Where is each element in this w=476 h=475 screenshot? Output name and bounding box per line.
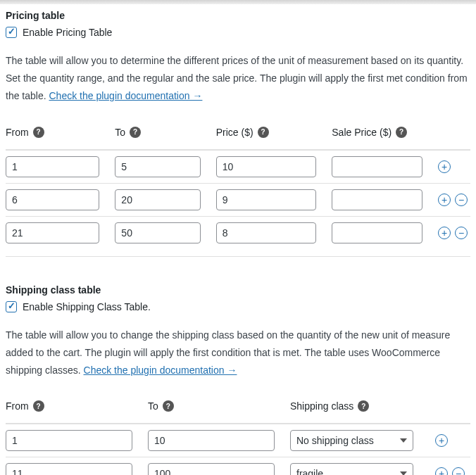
section-divider (6, 256, 470, 284)
pricing-sale-input[interactable] (332, 189, 422, 210)
pricing-header-price: Price ($) (216, 127, 253, 138)
pricing-row: + − (6, 216, 470, 249)
add-row-button[interactable]: + (438, 227, 451, 239)
pricing-from-input[interactable] (6, 189, 99, 210)
enable-shipping-label: Enable Shipping Class Table. (23, 301, 151, 312)
shipping-to-input[interactable] (148, 430, 275, 451)
shipping-to-input[interactable] (148, 463, 275, 475)
enable-pricing-label: Enable Pricing Table (23, 27, 112, 38)
pricing-table: From ? To ? Price ($) ? Sale Price ($) ? (6, 127, 470, 249)
shipping-header-row: From ? To ? Shipping class ? (6, 400, 470, 419)
pricing-doc-link[interactable]: Check the plugin documentation → (49, 90, 203, 101)
shipping-table: From ? To ? Shipping class ? No shipping… (6, 400, 470, 475)
remove-row-button[interactable]: − (455, 194, 468, 206)
pricing-sale-input[interactable] (332, 156, 422, 177)
add-row-button[interactable]: + (438, 194, 451, 206)
help-icon[interactable]: ? (33, 400, 44, 412)
help-icon[interactable]: ? (130, 127, 141, 138)
pricing-price-input[interactable] (216, 156, 317, 177)
pricing-sale-input[interactable] (332, 222, 422, 243)
shipping-class-select[interactable]: fragile (290, 463, 413, 475)
pricing-row: + (6, 150, 470, 183)
shipping-doc-link[interactable]: Check the plugin documentation → (84, 365, 237, 376)
pricing-to-input[interactable] (115, 222, 200, 243)
pricing-header-from: From (6, 127, 29, 138)
pricing-row: + − (6, 183, 470, 216)
pricing-title: Pricing table (6, 10, 470, 21)
pricing-to-input[interactable] (115, 189, 200, 210)
shipping-class-select[interactable]: No shipping class (290, 430, 413, 451)
add-row-button[interactable]: + (435, 434, 448, 447)
shipping-description: The table will allow you to change the s… (6, 327, 470, 380)
pricing-enable-row: Enable Pricing Table (6, 27, 470, 38)
pricing-section: Pricing table Enable Pricing Table The t… (6, 10, 470, 249)
shipping-row: No shipping class + (6, 424, 470, 457)
shipping-from-input[interactable] (6, 430, 132, 451)
pricing-price-input[interactable] (216, 222, 317, 243)
help-icon[interactable]: ? (258, 127, 269, 138)
pricing-from-input[interactable] (6, 156, 99, 177)
add-row-button[interactable]: + (435, 467, 448, 475)
enable-pricing-checkbox[interactable] (6, 27, 17, 38)
enable-shipping-checkbox[interactable] (6, 301, 17, 312)
pricing-to-input[interactable] (115, 156, 200, 177)
shipping-enable-row: Enable Shipping Class Table. (6, 301, 470, 312)
shipping-header-class: Shipping class (290, 400, 353, 412)
shipping-header-from: From (6, 400, 29, 412)
pricing-header-row: From ? To ? Price ($) ? Sale Price ($) ? (6, 127, 470, 145)
shipping-title: Shipping class table (6, 284, 470, 296)
top-gradient (0, 0, 476, 4)
pricing-price-input[interactable] (216, 189, 317, 210)
pricing-description: The table will allow you to determine th… (6, 52, 470, 106)
pricing-header-sale: Sale Price ($) (332, 127, 392, 138)
remove-row-button[interactable]: − (455, 227, 468, 239)
help-icon[interactable]: ? (358, 400, 369, 412)
pricing-from-input[interactable] (6, 222, 99, 243)
shipping-row: fragile + − (6, 457, 470, 475)
help-icon[interactable]: ? (396, 127, 407, 138)
pricing-header-to: To (115, 127, 125, 138)
remove-row-button[interactable]: − (452, 467, 465, 475)
add-row-button[interactable]: + (438, 160, 451, 173)
help-icon[interactable]: ? (33, 127, 44, 138)
shipping-from-input[interactable] (6, 463, 132, 475)
shipping-section: Shipping class table Enable Shipping Cla… (6, 284, 470, 475)
help-icon[interactable]: ? (163, 400, 174, 412)
shipping-header-to: To (148, 400, 158, 412)
